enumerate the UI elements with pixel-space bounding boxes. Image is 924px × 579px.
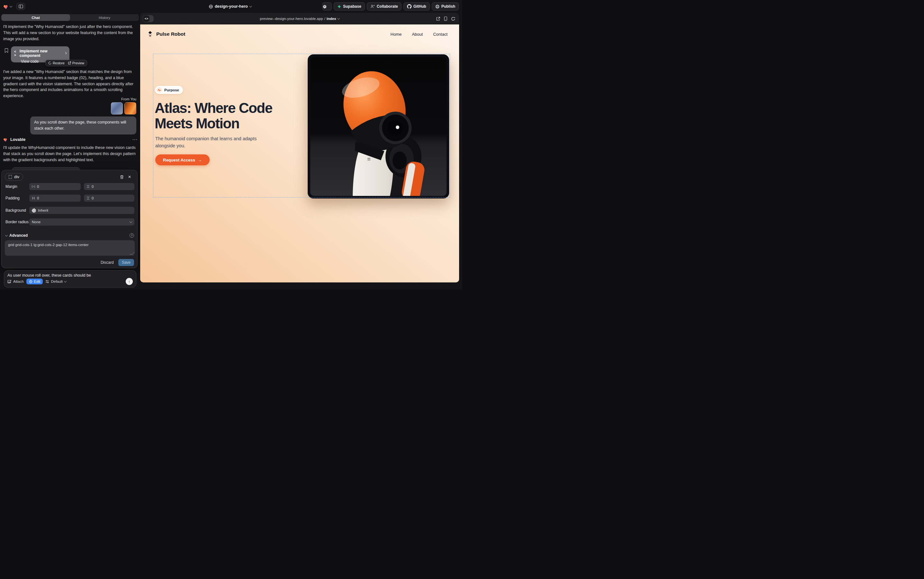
lovable-menu-button[interactable] (3, 4, 12, 9)
publish-button[interactable]: Publish (432, 2, 459, 11)
top-bar: design-your-hero Supabase (0, 0, 462, 13)
hero-heading: Atlas: Where Code Meets Motion (155, 100, 309, 132)
site-navbar: Pulse Robot Home About Contact (140, 25, 459, 44)
project-switcher[interactable]: design-your-hero (209, 0, 252, 13)
composer-input[interactable]: As user mouse roll over, these cards sho… (7, 273, 133, 278)
bookmark-icon[interactable] (5, 48, 8, 53)
chevron-down-icon (64, 280, 67, 282)
chat-composer: As user mouse roll over, these cards sho… (4, 270, 136, 288)
chevron-right-icon (64, 52, 67, 54)
mobile-view-button[interactable] (444, 16, 447, 21)
request-access-button[interactable]: Request Access → (155, 154, 210, 165)
user-message-bubble: As you scroll down the page, these compo… (30, 116, 136, 134)
message-options-button[interactable]: ··· (132, 137, 137, 142)
assistant-name: Lovable (10, 137, 25, 142)
margin-label: Margin (2, 184, 29, 189)
margin-vertical-icon (87, 185, 90, 188)
element-outline-icon (9, 175, 12, 179)
project-name: design-your-hero (215, 4, 248, 9)
padding-horizontal-icon (32, 196, 35, 200)
hero-robot-card (308, 54, 449, 198)
attachment-thumbnail-orange[interactable] (124, 102, 136, 114)
background-label: Background (2, 208, 29, 213)
open-external-button[interactable] (436, 17, 440, 21)
target-icon (29, 280, 33, 283)
assistant-message-1: I'll implement the "Why Humanoid" sectio… (3, 24, 137, 42)
margin-y-input[interactable]: 0 (84, 183, 134, 190)
tab-chat[interactable]: Chat (1, 14, 70, 21)
pulse-robot-logo-icon (147, 31, 153, 38)
hero-subheading: The humanoid companion that learns and a… (155, 135, 264, 150)
attachment-thumbnail-blue[interactable] (111, 102, 123, 114)
advanced-section-toggle[interactable]: Advanced ? (5, 233, 134, 238)
supabase-button[interactable]: Supabase (334, 2, 365, 11)
publish-globe-icon (435, 5, 439, 9)
close-inspector-button[interactable]: ✕ (126, 173, 134, 180)
from-you-label: From You (121, 97, 136, 101)
edit-mode-button[interactable]: Edit (26, 278, 43, 285)
external-link-icon (436, 17, 440, 21)
tab-history[interactable]: History (70, 14, 139, 21)
background-input[interactable]: Inherit (29, 207, 134, 214)
preview-button[interactable]: Preview (68, 61, 84, 65)
pulse-icon (157, 87, 162, 93)
nav-link-contact[interactable]: Contact (433, 32, 447, 37)
refresh-button[interactable] (451, 17, 455, 21)
delete-element-button[interactable] (118, 173, 126, 180)
restore-button[interactable]: Restore (48, 61, 65, 65)
collaborate-button[interactable]: Collaborate (367, 2, 402, 11)
attach-image-icon (7, 280, 11, 283)
code-icon: < > (14, 50, 17, 57)
component-card-title: Implement new component (20, 49, 62, 58)
element-tag: div (14, 175, 19, 179)
send-button[interactable]: ↑ (126, 278, 133, 285)
settings-button[interactable] (322, 2, 332, 11)
code-icon: < > (143, 15, 150, 22)
border-radius-select[interactable]: None (29, 218, 134, 226)
sliders-icon (45, 280, 49, 283)
assistant-message-2: I've added a new "Why Humanoid" section … (3, 69, 137, 99)
phone-icon (444, 16, 447, 21)
element-inspector-panel: div ✕ Margin 0 0 (1, 170, 137, 268)
external-link-icon (68, 61, 71, 65)
save-button[interactable]: Save (118, 259, 134, 266)
gear-icon (322, 4, 327, 9)
chevron-down-icon (249, 5, 252, 7)
preview-url[interactable]: preview--design-your-hero.lovable.app / … (260, 17, 340, 21)
site-logo[interactable]: Pulse Robot (147, 31, 185, 38)
lovable-heart-icon (3, 137, 8, 142)
refresh-icon (451, 17, 455, 21)
model-selector[interactable]: Default (45, 280, 66, 283)
tailwind-classes-textarea[interactable]: grid grid-cols-1 lg:grid-cols-2 gap-12 i… (5, 240, 135, 256)
arrow-right-icon: → (198, 158, 202, 162)
margin-x-input[interactable]: 0 (29, 183, 81, 190)
chevron-down-icon (10, 5, 12, 7)
lovable-heart-icon (3, 4, 9, 9)
selected-element-chip[interactable]: div (5, 173, 23, 181)
collaborate-icon (371, 5, 375, 8)
padding-y-input[interactable]: 0 (84, 195, 134, 202)
chevron-down-icon (337, 17, 340, 19)
sidebar-toggle-button[interactable] (16, 3, 25, 10)
nav-link-home[interactable]: Home (391, 32, 402, 37)
preview-path: index (327, 17, 336, 21)
chat-panel: Chat History I'll implement the "Why Hum… (1, 14, 139, 288)
padding-x-input[interactable]: 0 (29, 195, 81, 202)
attach-button[interactable]: Attach (7, 280, 24, 283)
help-icon[interactable]: ? (129, 233, 134, 238)
github-button[interactable]: GitHub (403, 2, 430, 11)
padding-label: Padding (2, 196, 29, 200)
trash-icon (120, 175, 124, 179)
border-radius-label: Border radius (2, 220, 29, 224)
padding-vertical-icon (87, 196, 90, 200)
restore-preview-popover: Restore Preview (45, 60, 87, 66)
color-swatch (32, 208, 36, 213)
code-preview-toggle[interactable]: < > (143, 15, 153, 22)
nav-link-about[interactable]: About (412, 32, 423, 37)
preview-panel: < > preview--design-your-hero.lovable.ap… (140, 13, 459, 283)
chevron-down-icon (5, 234, 8, 236)
restore-icon (48, 61, 51, 65)
discard-button[interactable]: Discard (101, 260, 114, 265)
purpose-badge: Purpose (155, 86, 183, 94)
chat-history-tabs: Chat History (1, 14, 139, 21)
